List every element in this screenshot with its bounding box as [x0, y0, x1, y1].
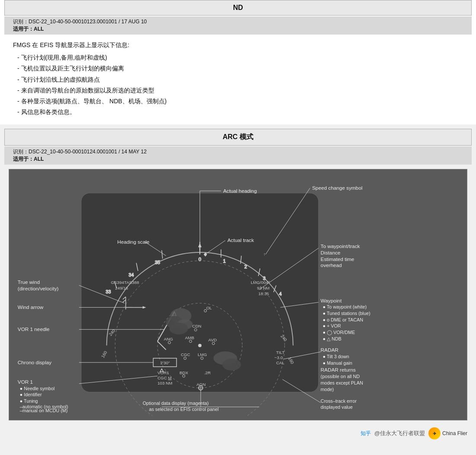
- overhead-label: overhead: [321, 263, 342, 268]
- svg-text:ANG: ANG: [164, 337, 173, 341]
- nd-item-6: 风信息和各类信息。: [17, 107, 463, 118]
- radar-returns-label: RADAR returns: [321, 367, 356, 373]
- true-wind-sub-label: (direction/velocity): [18, 286, 59, 292]
- svg-text:18:35: 18:35: [259, 291, 269, 296]
- svg-text:↑: ↑: [263, 252, 265, 257]
- vor1-item-2: ● Identifier: [20, 392, 42, 398]
- cross-track-sub: displayed value: [321, 404, 353, 410]
- nd-items-list: 飞行计划(现用,备用,临时和虚线) 飞机位置以及距主飞行计划的横向偏离 飞行计划…: [13, 52, 463, 118]
- diagram-container: 0 35 34 33 1: [9, 169, 467, 420]
- radar-item-1: ● Tilt 3 down: [323, 354, 349, 359]
- vor1-item-3: ● Tuning: [20, 398, 38, 404]
- cross-track-label: Cross–track error: [321, 398, 357, 404]
- vor1-label: VOR 1: [18, 379, 33, 385]
- svg-text:AMB: AMB: [185, 335, 195, 340]
- svg-text:CGC M: CGC M: [157, 375, 172, 380]
- arc-header: ARC 模式: [4, 129, 472, 146]
- china-flier-text: China Flier: [442, 430, 467, 436]
- radar-label: RADAR: [321, 347, 339, 353]
- svg-point-36: [169, 323, 188, 334]
- true-wind-label: True wind: [18, 280, 40, 285]
- chrono-display-label: Chrono display: [18, 360, 52, 365]
- nd-item-5: 各种显示选项(航路点、导航台、 NDB、机场、强制点): [17, 96, 463, 107]
- svg-text:CGC: CGC: [181, 352, 190, 357]
- svg-text:33: 33: [106, 289, 111, 294]
- svg-text:.2R: .2R: [204, 371, 211, 375]
- at-user-text: @佳永大飞行者联盟: [374, 430, 425, 437]
- nd-applies: 适用于：ALL: [13, 26, 44, 32]
- svg-text:BDX: BDX: [179, 371, 188, 375]
- logo-circle: ✈: [428, 427, 441, 439]
- arc-section: ARC 模式 识别：DSC-22_10-40-50-00010124.00010…: [0, 129, 476, 420]
- optional-data-label: Optional data display (magenta): [143, 401, 209, 406]
- svg-text:1: 1: [223, 259, 226, 264]
- waypoint-item-5: ● ◯ VOR/DME: [323, 330, 355, 335]
- svg-point-38: [222, 359, 241, 370]
- optional-data-sub: as selected on EFIS control panel: [149, 407, 219, 412]
- waypoint-item-2: ● Tuned stations (blue): [323, 311, 371, 316]
- nd-header: ND: [4, 0, 472, 16]
- radar-returns-sub1: (possible on all ND: [321, 374, 360, 379]
- watermark-row: 知乎 @佳永大飞行者联盟 ✈ China Flier: [0, 425, 476, 442]
- speed-change-label: Speed change symbol: [312, 185, 362, 191]
- nd-item-1: 飞行计划(现用,备用,临时和虚线): [17, 52, 463, 63]
- svg-text:GS394TAS388: GS394TAS388: [111, 280, 139, 285]
- diagram-svg: 0 35 34 33 1: [13, 174, 463, 416]
- waypoint-item-3: ● o DME or TACAN: [323, 317, 363, 322]
- nd-section: ND 识别：DSC-22_10-40-50-00010123.0001001 /…: [0, 0, 476, 124]
- radar-item-2: ● Manual gain: [323, 360, 352, 366]
- svg-text:CDN: CDN: [192, 324, 201, 329]
- waypoint-label: Waypoint: [321, 298, 342, 303]
- svg-text:2'30": 2'30": [160, 360, 170, 365]
- distance-label: Distance: [321, 250, 341, 255]
- vor1-item-1: ● Needle symbol: [20, 386, 55, 391]
- arc-id-row: 识别：DSC-22_10-40-50-00010124.0001001 / 14…: [4, 146, 472, 165]
- nd-item-4: 来自调谐的导航台的原始数据以及所选的进近类型: [17, 85, 463, 96]
- nd-intro: FMGS 在 EFIS 导航显示器上显示以下信息:: [13, 40, 463, 51]
- actual-heading-label: Actual heading: [223, 188, 257, 194]
- waypoint-item-6: ● △ NDB: [323, 336, 342, 341]
- vor1-item-5: –manual on MCDU (M): [20, 408, 68, 414]
- logo-inner: ✈: [433, 431, 436, 436]
- svg-text:TILT: TILT: [276, 350, 284, 355]
- estimated-time-label: Estimated time: [321, 256, 355, 262]
- actual-track-label: Actual track: [227, 238, 254, 243]
- page-container: ND 识别：DSC-22_10-40-50-00010123.0001001 /…: [0, 0, 476, 442]
- svg-text:OL: OL: [206, 306, 212, 311]
- nd-item-3: 飞行计划沿线上的虚拟航路点: [17, 74, 463, 85]
- svg-text:35: 35: [155, 260, 160, 265]
- svg-text:93 NM: 93 NM: [257, 286, 270, 291]
- svg-text:−3.0: −3.0: [275, 355, 283, 360]
- wind-arrow-label: Wind arrow: [18, 305, 44, 310]
- svg-text:103 NM: 103 NM: [157, 381, 172, 385]
- waypoint-item-1: ● To waypoint (white): [323, 305, 367, 310]
- nd-content: FMGS 在 EFIS 导航显示器上显示以下信息: 飞行计划(现用,备用,临时和…: [0, 35, 476, 124]
- arc-id-text: 识别：DSC-22_10-40-50-00010124.0001001 / 14…: [13, 149, 147, 155]
- nd-item-2: 飞机位置以及距主飞行计划的横向偏离: [17, 63, 463, 74]
- svg-point-22: [198, 344, 201, 347]
- vor1-needle-label: VOR 1 needle: [18, 327, 50, 332]
- radar-returns-sub3: mode): [321, 387, 334, 392]
- svg-text:34: 34: [129, 272, 134, 277]
- svg-text:249/16: 249/16: [115, 286, 128, 291]
- svg-text:AVD: AVD: [208, 337, 217, 342]
- svg-text:2: 2: [244, 264, 247, 270]
- nd-id-text: 识别：DSC-22_10-40-50-00010123.0001001 / 17…: [13, 19, 147, 25]
- arc-applies: 适用于：ALL: [13, 156, 44, 162]
- svg-text:4: 4: [279, 291, 282, 296]
- watermark-logo: ✈ China Flier: [428, 427, 467, 439]
- nd-id-row: 识别：DSC-22_10-40-50-00010123.0001001 / 17…: [4, 16, 472, 35]
- radar-returns-sub2: modes except PLAN: [321, 380, 363, 385]
- svg-text:CAL: CAL: [276, 360, 285, 365]
- waypoint-item-4: ● + VOR: [323, 324, 341, 329]
- to-waypoint-label: To waypoint/track: [321, 243, 360, 249]
- diagram-inner: 0 35 34 33 1: [13, 174, 463, 416]
- heading-scale-label: Heading scale: [117, 239, 150, 245]
- zhihu-text: 知乎: [361, 430, 371, 437]
- svg-text:LMG: LMG: [198, 352, 207, 357]
